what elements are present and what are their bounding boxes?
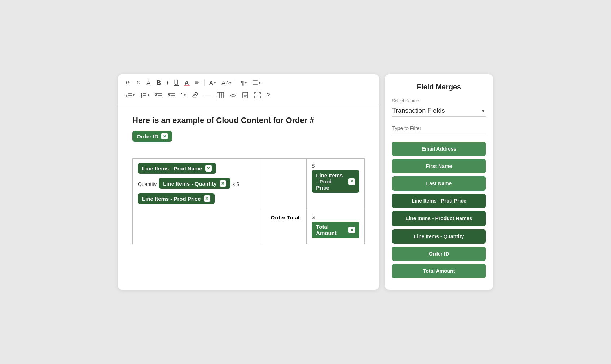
line-height-button[interactable]: ☰ ▾ xyxy=(251,79,262,87)
font-size-button[interactable]: AA ▾ xyxy=(220,79,233,87)
clear-format-button[interactable]: Ā xyxy=(145,79,152,87)
field-btn-first-name[interactable]: First Name xyxy=(392,159,486,173)
embed-button[interactable] xyxy=(240,91,250,99)
ordered-list-button[interactable]: 1. ▾ xyxy=(124,91,136,99)
line-items-prod-price-tag-right[interactable]: Line Items - Prod Price ✕ xyxy=(312,170,359,193)
code-button[interactable]: <> xyxy=(228,92,238,99)
svg-rect-16 xyxy=(217,92,224,98)
paragraph-button[interactable]: ¶ ▾ xyxy=(239,79,249,87)
line-items-prod-price-close-left[interactable]: ✕ xyxy=(204,195,210,202)
order-id-close-btn[interactable]: ✕ xyxy=(161,133,168,139)
table-cell-right-2: $ Total Amount ✕ xyxy=(307,210,365,244)
table-cell-middle-1 xyxy=(260,159,307,210)
underline-button[interactable]: U xyxy=(172,79,180,87)
sep1 xyxy=(204,79,205,86)
multiply-label: x $ xyxy=(233,181,239,187)
field-buttons-list: Email Address First Name Last Name Line … xyxy=(392,142,486,278)
italic-button[interactable]: i xyxy=(165,79,170,87)
select-source-wrapper: Transaction Fields ▾ xyxy=(392,105,486,117)
sidebar-panel: Field Merges Select Source Transaction F… xyxy=(385,74,493,289)
line-items-quantity-close[interactable]: ✕ xyxy=(220,180,226,187)
total-amount-tag-wrapper: Total Amount ✕ xyxy=(312,222,359,240)
toolbar-row-2: 1. ▾ ▾ " ▾ — xyxy=(124,91,373,99)
font-color-button[interactable]: A xyxy=(183,79,190,87)
fullscreen-button[interactable] xyxy=(252,91,263,99)
editor-heading: Here is an example of Cloud Content for … xyxy=(132,116,365,125)
bullet-list-button[interactable]: ▾ xyxy=(139,91,151,99)
table-cell-left-2 xyxy=(133,210,260,244)
undo-button[interactable]: ↺ xyxy=(124,79,132,87)
sidebar-title: Field Merges xyxy=(392,83,486,91)
source-select[interactable]: Transaction Fields xyxy=(392,105,486,117)
field-btn-last-name[interactable]: Last Name xyxy=(392,176,486,191)
table-button[interactable] xyxy=(215,91,226,99)
field-btn-order-id[interactable]: Order ID xyxy=(392,247,486,261)
line-items-quantity-tag[interactable]: Line Items - Quantity ✕ xyxy=(159,178,230,189)
toolbar: ↺ ↻ Ā B i U A ✏ A ▾ AA ▾ ¶ ▾ ☰ ▾ xyxy=(118,74,379,104)
field-btn-line-items-prod-price[interactable]: Line Items - Prod Price xyxy=(392,194,486,208)
filter-input[interactable] xyxy=(392,123,486,134)
bold-button[interactable]: B xyxy=(154,79,163,87)
indent-button[interactable] xyxy=(166,91,177,99)
line-items-prod-name-close[interactable]: ✕ xyxy=(205,165,212,172)
highlight-button[interactable]: ✏ xyxy=(193,79,201,87)
quantity-row: Quantity Line Items - Quantity ✕ x $ xyxy=(138,178,255,190)
field-btn-total-amount[interactable]: Total Amount xyxy=(392,264,486,278)
field-btn-email-address[interactable]: Email Address xyxy=(392,142,486,156)
table-row-2: Order Total: $ Total Amount ✕ xyxy=(133,210,365,244)
svg-point-4 xyxy=(141,93,142,94)
toolbar-row-1: ↺ ↻ Ā B i U A ✏ A ▾ AA ▾ ¶ ▾ ☰ ▾ xyxy=(124,79,373,87)
help-button[interactable]: ? xyxy=(265,91,272,99)
total-amount-tag[interactable]: Total Amount ✕ xyxy=(312,222,359,238)
field-btn-line-items-product-names[interactable]: Line Items - Product Names xyxy=(392,211,486,226)
dollar-sign-2: $ xyxy=(312,214,315,220)
sep2 xyxy=(236,79,236,86)
total-dollar-row: $ xyxy=(312,214,359,220)
editor-panel: ↺ ↻ Ā B i U A ✏ A ▾ AA ▾ ¶ ▾ ☰ ▾ xyxy=(118,74,379,289)
quantity-label: Quantity xyxy=(138,181,157,187)
font-family-button[interactable]: A ▾ xyxy=(207,79,217,87)
order-id-merge-tag[interactable]: Order ID ✕ xyxy=(132,131,172,142)
table-cell-middle-2: Order Total: xyxy=(260,210,307,244)
right-dollar-row: $ xyxy=(312,163,359,169)
outdent-button[interactable] xyxy=(153,91,164,99)
line-items-prod-price-tag-left[interactable]: Line Items - Prod Price ✕ xyxy=(138,193,215,204)
svg-text:1.: 1. xyxy=(126,94,128,98)
line-items-prod-name-tag[interactable]: Line Items - Prod Name ✕ xyxy=(138,163,216,174)
svg-point-5 xyxy=(141,94,142,96)
line-items-prod-price-close-right[interactable]: ✕ xyxy=(348,178,355,185)
table-row-1: Line Items - Prod Name ✕ Quantity Line I… xyxy=(133,159,365,210)
hr-button[interactable]: — xyxy=(203,91,213,99)
total-amount-close[interactable]: ✕ xyxy=(348,227,355,233)
field-btn-line-items-quantity[interactable]: Line Items - Quantity xyxy=(392,229,486,244)
redo-button[interactable]: ↻ xyxy=(134,79,142,87)
table-cell-right-1: $ Line Items - Prod Price ✕ xyxy=(307,159,365,210)
prod-name-row: Line Items - Prod Name ✕ xyxy=(138,163,255,175)
content-table: Line Items - Prod Name ✕ Quantity Line I… xyxy=(132,158,365,244)
prod-price-row: Line Items - Prod Price ✕ xyxy=(138,193,255,205)
dollar-sign-1: $ xyxy=(312,163,315,169)
editor-content: Here is an example of Cloud Content for … xyxy=(118,104,379,256)
svg-point-6 xyxy=(141,96,142,98)
app-container: ↺ ↻ Ā B i U A ✏ A ▾ AA ▾ ¶ ▾ ☰ ▾ xyxy=(118,74,493,289)
prod-price-tag-right: Line Items - Prod Price ✕ xyxy=(312,170,359,194)
blockquote-button[interactable]: " ▾ xyxy=(179,91,188,99)
link-button[interactable] xyxy=(190,91,201,99)
select-source-label: Select Source xyxy=(392,98,486,103)
table-cell-left-1: Line Items - Prod Name ✕ Quantity Line I… xyxy=(133,159,260,210)
